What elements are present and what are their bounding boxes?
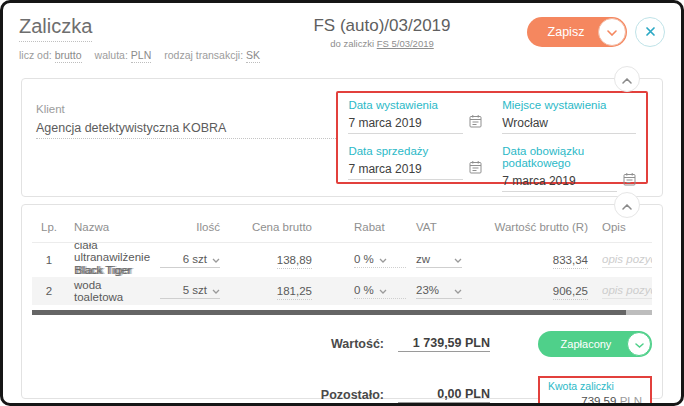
issue-place-label: Miejsce wystawienia bbox=[502, 99, 636, 111]
price-input[interactable]: 181,25 bbox=[277, 285, 312, 300]
col-opis: Opis bbox=[602, 221, 652, 233]
issue-date-label: Data wystawienia bbox=[348, 99, 482, 111]
discount-select[interactable]: 0 % bbox=[354, 284, 406, 299]
horizontal-scrollbar[interactable] bbox=[32, 310, 652, 315]
save-options-button[interactable] bbox=[598, 18, 626, 46]
description-input[interactable] bbox=[602, 284, 652, 299]
paid-status-dropdown[interactable] bbox=[627, 332, 651, 356]
close-icon bbox=[645, 23, 656, 41]
client-dates-card: Klient Agencja detektywistyczna KOBRA Da… bbox=[21, 78, 663, 197]
document-subtitle: do zaliczki FS 5/03/2019 bbox=[237, 38, 527, 49]
items-card: Lp. Nazwa Ilość Cena brutto Rabat VAT Wa… bbox=[21, 204, 663, 399]
col-wartosc-brutto: Wartość brutto (R) bbox=[476, 221, 588, 233]
remaining-amount: 0,00 PLN bbox=[398, 387, 490, 403]
price-input[interactable]: 138,89 bbox=[277, 254, 312, 269]
value-label: Wartość: bbox=[331, 337, 384, 351]
chevron-down-icon bbox=[379, 284, 387, 296]
row-number: 1 bbox=[32, 254, 66, 266]
chevron-down-icon bbox=[212, 253, 220, 265]
header: Zaliczka licz od: brutto waluta: PLN rod… bbox=[3, 3, 681, 63]
dates-highlight-box: Data wystawienia 7 marca 2019 Miejsce wy… bbox=[336, 91, 648, 184]
client-input[interactable]: Agencja detektywistyczna KOBRA bbox=[36, 121, 336, 139]
col-cena-brutto: Cena brutto bbox=[220, 221, 312, 233]
invoice-window: Zaliczka licz od: brutto waluta: PLN rod… bbox=[0, 0, 684, 406]
advance-amount-box: Kwota zaliczki 739,59 PLN bbox=[538, 376, 652, 406]
close-button[interactable] bbox=[635, 17, 665, 47]
chevron-down-icon bbox=[607, 25, 617, 39]
col-ilosc: Ilość bbox=[160, 221, 220, 233]
calendar-icon[interactable] bbox=[469, 160, 482, 178]
meta-label: rodzaj transakcji: bbox=[164, 49, 243, 61]
calendar-icon[interactable] bbox=[469, 114, 482, 132]
col-vat: VAT bbox=[416, 221, 462, 233]
chevron-up-icon bbox=[622, 196, 632, 214]
collapse-items-card-button[interactable] bbox=[614, 192, 640, 218]
col-lp: Lp. bbox=[32, 221, 66, 233]
chevron-down-icon bbox=[635, 338, 644, 350]
col-nazwa: Nazwa bbox=[74, 221, 160, 233]
calendar-icon[interactable] bbox=[623, 172, 636, 190]
quantity-select[interactable]: 5 szt bbox=[160, 284, 220, 299]
col-rabat: Rabat bbox=[354, 221, 406, 233]
table-row: 1 ciała ultranawilżenie Black Tiger 6 sz… bbox=[32, 243, 652, 277]
gross-value-input[interactable]: 906,25 bbox=[553, 285, 588, 300]
document-title: FS (auto)/03/2019 bbox=[237, 16, 527, 36]
issue-place-input[interactable]: Wrocław bbox=[502, 113, 636, 134]
quantity-select[interactable]: 6 szt bbox=[160, 253, 220, 268]
waluta-select[interactable]: PLN bbox=[131, 49, 151, 63]
item-name-input[interactable]: woda toaletowa bbox=[74, 279, 160, 304]
scrollbar-thumb[interactable] bbox=[32, 310, 626, 315]
item-name-input[interactable]: ciała ultranawilżenie Black Tiger bbox=[74, 243, 160, 276]
advance-amount-label: Kwota zaliczki bbox=[548, 380, 642, 392]
meta-label: licz od: bbox=[19, 49, 52, 61]
remaining-label: Pozostało: bbox=[321, 388, 384, 402]
tax-obligation-date-input[interactable]: 7 marca 2019 bbox=[502, 171, 617, 192]
save-button[interactable]: Zapisz bbox=[527, 17, 627, 47]
advance-amount-input[interactable]: 739,59 PLN bbox=[548, 395, 642, 406]
totals-section: Wartość: 1 739,59 PLN Zapłacony Pozostał… bbox=[32, 331, 652, 406]
related-invoice-link[interactable]: FS 5/03/2019 bbox=[377, 38, 434, 49]
chevron-up-icon bbox=[622, 70, 632, 88]
chevron-down-icon bbox=[379, 253, 387, 265]
tax-obligation-date-label: Data obowiązku podatkowego bbox=[502, 145, 636, 169]
row-number: 2 bbox=[32, 285, 66, 297]
chevron-down-icon bbox=[212, 284, 220, 296]
chevron-down-icon bbox=[454, 253, 462, 265]
licz-od-select[interactable]: brutto bbox=[55, 49, 82, 63]
discount-select[interactable]: 0 % bbox=[354, 253, 406, 268]
chevron-down-icon bbox=[454, 284, 462, 296]
collapse-client-card-button[interactable] bbox=[614, 66, 640, 92]
client-label: Klient bbox=[36, 103, 336, 115]
sale-date-label: Data sprzedaży bbox=[348, 145, 482, 157]
issue-date-input[interactable]: 7 marca 2019 bbox=[348, 113, 463, 134]
invoice-meta: licz od: brutto waluta: PLN rodzaj trans… bbox=[19, 49, 237, 63]
paid-status-button[interactable]: Zapłacony bbox=[538, 331, 652, 357]
page-title: Zaliczka bbox=[19, 15, 92, 42]
vat-select[interactable]: 23% bbox=[416, 284, 462, 299]
sale-date-input[interactable]: 7 marca 2019 bbox=[348, 159, 463, 180]
gross-value-input[interactable]: 833,34 bbox=[553, 254, 588, 269]
table-header: Lp. Nazwa Ilość Cena brutto Rabat VAT Wa… bbox=[32, 209, 652, 243]
vat-select[interactable]: zw bbox=[416, 253, 462, 268]
description-input[interactable] bbox=[602, 253, 652, 268]
meta-label: waluta: bbox=[95, 49, 128, 61]
value-amount: 1 739,59 PLN bbox=[398, 336, 490, 352]
table-row: 2 woda toaletowa 5 szt 181,25 0 % 23% 90… bbox=[32, 277, 652, 305]
